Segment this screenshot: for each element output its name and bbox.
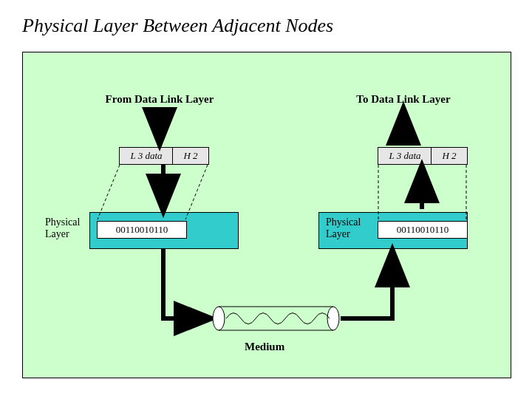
from-dll-label: From Data Link Layer xyxy=(93,93,226,106)
left-phy-label-1: Physical xyxy=(45,216,80,228)
slide-title: Physical Layer Between Adjacent Nodes xyxy=(22,15,333,37)
svg-point-1 xyxy=(213,307,225,330)
medium-label: Medium xyxy=(245,341,284,353)
right-bits-box: 00110010110 xyxy=(378,221,468,239)
left-phy-label-2: Layer xyxy=(45,228,69,240)
right-phy-label-2: Layer xyxy=(326,228,350,240)
slide: Physical Layer Between Adjacent Nodes Fr… xyxy=(0,0,532,399)
right-h2-cell: H 2 xyxy=(431,147,468,165)
dashed-left-1 xyxy=(98,165,120,219)
left-l3-cell: L 3 data xyxy=(119,147,174,165)
right-phy-label-1: Physical xyxy=(326,216,361,228)
dashed-left-2 xyxy=(185,165,208,219)
diagram-canvas: From Data Link Layer L 3 data H 2 001100… xyxy=(22,52,511,378)
right-l3-cell: L 3 data xyxy=(378,147,432,165)
medium-pipe xyxy=(213,307,339,330)
left-bits-box: 00110010110 xyxy=(97,221,187,239)
svg-point-4 xyxy=(327,307,339,330)
left-h2-cell: H 2 xyxy=(172,147,209,165)
to-dll-label: To Data Link Layer xyxy=(341,93,466,106)
